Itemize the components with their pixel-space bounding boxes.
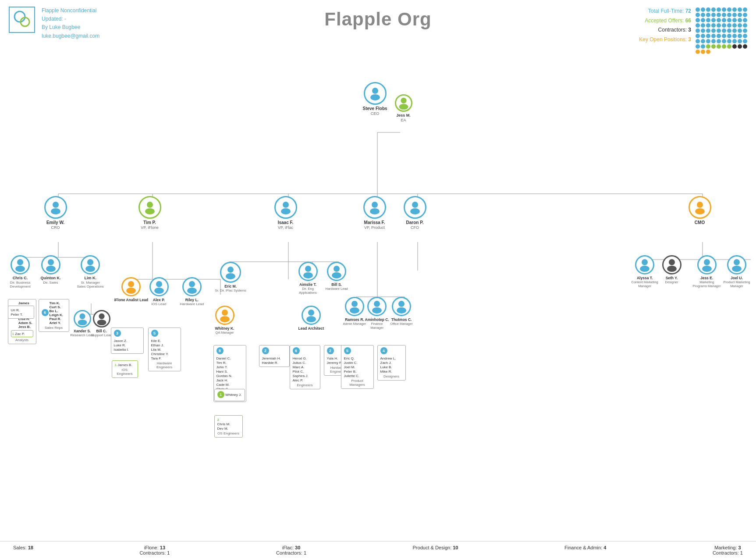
node-steve-flobs: Steve Flobs CEO: [363, 82, 387, 116]
node-lim-k: Lim K. Sr. ManagerSales Operations: [77, 255, 104, 289]
svg-point-81: [227, 267, 234, 273]
node-lead-architect: Lead Architect: [298, 306, 324, 331]
svg-point-64: [695, 208, 705, 214]
avatar-daron-p: [404, 196, 426, 219]
title-steve-flobs: CEO: [371, 111, 380, 116]
node-joel-u: Joel U. Product MarketingManager: [724, 255, 750, 288]
svg-point-86: [332, 272, 341, 278]
node-bill-c: Bill C. Support Lead: [91, 310, 112, 338]
svg-point-96: [397, 307, 406, 313]
updated-label: Updated: -: [42, 15, 99, 23]
avatar-tim-p: [138, 196, 161, 219]
svg-point-66: [15, 266, 25, 272]
footer-finance: Finance & Admin: 4: [564, 545, 606, 555]
svg-point-95: [398, 301, 405, 307]
svg-point-91: [351, 301, 358, 307]
name-jess-m: Jess M.: [396, 113, 411, 118]
lead-arch-reports: 6 Herod G.Julius C.Marc A.Pilot C.Saphir…: [290, 345, 320, 389]
svg-point-58: [281, 208, 291, 214]
node-riley-l: Riley L. Hardware Lead: [180, 277, 204, 306]
svg-point-98: [640, 266, 650, 272]
node-aminhotep-c: Aminhotep C. FinanceManager: [365, 297, 389, 330]
svg-point-72: [78, 320, 87, 325]
key-open-count: 3: [688, 36, 691, 43]
sales-reps-box: 6 Tim K.Curt S.Bo L.Leigh K.Paul R.Ariel…: [39, 299, 69, 332]
svg-point-55: [147, 202, 153, 208]
avatar-steve-flobs: [364, 82, 387, 105]
page-title: Flapple Org: [324, 9, 431, 30]
avatar-marissa-f: [363, 196, 386, 219]
product-managers-box: 5 Eric Q.Justin C.Joel M.Peter B.Juliett…: [341, 345, 374, 389]
fulltime-count: 72: [685, 8, 691, 14]
node-aimslie-t: Aimslie T. Dir. EngApplications: [298, 262, 318, 295]
node-quinton-k: Quinton K. Dir. Sales: [41, 255, 61, 285]
svg-point-73: [99, 313, 104, 319]
avatar-jess-m: [395, 94, 412, 112]
james-b-box: 1 James B. iOS Engineers: [112, 360, 138, 378]
svg-point-78: [154, 288, 164, 294]
footer-sales: Sales: 18: [13, 545, 33, 555]
svg-point-0: [14, 11, 25, 22]
svg-point-69: [87, 259, 93, 265]
footer-iflac: iFlac: 30 Contractors: 1: [276, 545, 306, 555]
os-engineers-box: 2 Chris M.Dev M. OS Engineers: [214, 415, 243, 438]
alex-p-reports: 5 Kile E.Ethan J.Lila M.Christine Y.Tara…: [148, 328, 181, 371]
name-steve-flobs: Steve Flobs: [363, 106, 387, 111]
svg-point-79: [189, 281, 195, 287]
svg-point-51: [401, 97, 406, 103]
footer-product: Product & Design: 10: [413, 545, 458, 555]
svg-point-89: [308, 310, 314, 316]
node-iflone-analist: iFlone Analist Lead: [114, 277, 149, 302]
svg-point-71: [79, 313, 85, 319]
header-info: Flapple Nonconfidential Updated: - By Lu…: [42, 7, 99, 40]
node-jess-e: Jess E. MarketingPrograms Manager: [693, 255, 721, 288]
svg-point-93: [374, 301, 380, 307]
svg-point-100: [667, 266, 677, 272]
svg-point-83: [305, 266, 311, 272]
svg-point-68: [46, 266, 56, 272]
svg-point-63: [697, 202, 703, 208]
svg-point-62: [410, 208, 420, 214]
by-label: By Luke Bugbee: [42, 23, 99, 32]
company-label: Flapple Nonconfidential: [42, 7, 99, 15]
svg-point-59: [372, 202, 378, 208]
node-thutmos-c: Thutmos C. Office Manager: [390, 297, 413, 326]
node-tim-p: Tim P. VP, iFlone: [138, 196, 161, 230]
uri-peter-box: Uri R.Peter T.: [8, 306, 34, 319]
svg-point-77: [156, 281, 162, 287]
node-eric-m: Eric M. Sr. Dir. iFlac Systems: [215, 262, 246, 292]
avatar-cmo: [689, 196, 711, 219]
email-label: luke.bugbee@gmail.com: [42, 32, 99, 40]
svg-point-74: [97, 320, 106, 325]
avatar-isaac-f: [274, 196, 297, 219]
node-whitney-k: Whitney K. QA Manager: [215, 306, 234, 335]
svg-point-61: [412, 202, 418, 208]
footer-iflone: iFlone: 13 Contractors: 1: [139, 545, 170, 555]
node-cmo: CMO: [689, 196, 711, 225]
org-chart: Steve Flobs CEO Jess M. EA Emily W. CRO …: [6, 47, 751, 559]
svg-point-70: [85, 266, 95, 272]
node-alex-p: Alex P. iOS Lead: [149, 277, 169, 306]
footer-marketing: Marketing: 3 Contractors: 1: [713, 545, 743, 555]
node-chris-c: Chris C. Dir. BusinessDevelopment: [10, 255, 31, 289]
node-ramses-r: Ramses R. Admin Manager: [343, 297, 366, 326]
svg-point-53: [53, 202, 59, 208]
svg-point-49: [372, 88, 378, 94]
node-isaac-f: Isaac F. VP, iFlac: [274, 196, 297, 230]
svg-point-99: [669, 259, 675, 265]
svg-point-84: [303, 272, 313, 278]
node-alyssa-t: Alyssa T. Content MarketingManager: [632, 255, 658, 288]
svg-point-76: [126, 288, 136, 294]
contractors-count: 3: [688, 27, 691, 33]
node-jess-m: Jess M. EA: [395, 94, 412, 123]
svg-point-101: [704, 259, 710, 265]
svg-point-87: [222, 310, 228, 316]
svg-point-54: [51, 208, 60, 214]
svg-point-90: [306, 316, 316, 322]
svg-point-60: [370, 208, 380, 214]
footer: Sales: 18 iFlone: 13 Contractors: 1 iFla…: [0, 541, 756, 559]
svg-point-94: [372, 307, 382, 313]
svg-point-102: [702, 266, 712, 272]
node-marissa-f: Marissa F. VP, Product: [363, 196, 386, 230]
avatar-emily-w: [44, 196, 67, 219]
